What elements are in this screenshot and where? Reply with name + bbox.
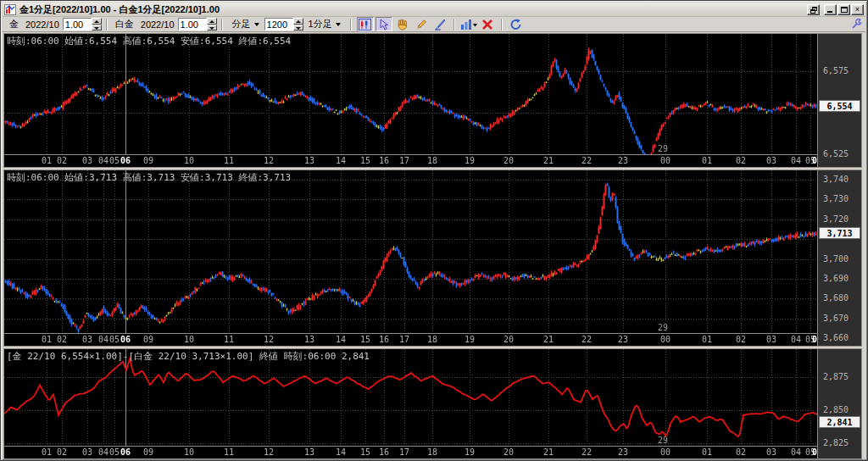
gold-multiplier-input[interactable] [63, 18, 92, 31]
x-axis-tick-label: 18 [423, 335, 442, 344]
platinum-spin-up-button[interactable] [207, 18, 217, 25]
gold-multiplier-spinbox [63, 18, 102, 31]
x-axis-tick-label: 02 [732, 335, 750, 344]
title-bar[interactable]: 金1分足[2022/10]1.00 - 白金1分足[2022/10]1.00 × [3, 3, 865, 17]
platinum-month-label: 2022/10 [141, 19, 175, 30]
x-axis-tick-label: 00 [656, 156, 675, 165]
platinum-chart-header: 時刻:06:00 始値:3,713 高値:3,713 安値:3,713 終値:3… [7, 171, 291, 184]
x-axis-tick-label: 06 [116, 447, 135, 457]
x-axis-tick-label: 09 [139, 156, 158, 165]
close-button[interactable]: × [851, 4, 864, 15]
x-axis-tick-label: 14 [331, 335, 350, 344]
select-cursor-button[interactable] [376, 17, 392, 31]
x-axis-tick-label: 13 [300, 156, 319, 165]
chevron-down-icon [336, 23, 341, 26]
x-axis-tick-label: 14 [331, 156, 350, 165]
gold-candlestick-plot[interactable] [4, 34, 818, 156]
x-axis-tick-label: 13 [300, 447, 319, 457]
x-axis-tick-label: 11 [220, 156, 238, 165]
x-axis-tick-label: 21 [539, 447, 558, 457]
y-axis-label: 2,875 [818, 372, 861, 381]
x-axis-tick-label: 16 [375, 447, 393, 457]
platinum-candlestick-plot[interactable] [4, 170, 818, 334]
x-axis-tick-label: 21 [539, 335, 558, 344]
platinum-spin-down-button[interactable] [207, 25, 217, 31]
gold-chart-panel: 時刻:06:00 始値:6,554 高値:6,554 安値:6,554 終値:6… [3, 33, 862, 168]
x-axis-tick-label: 03 [762, 335, 781, 344]
gold-chart-header: 時刻:06:00 始値:6,554 高値:6,554 安値:6,554 終値:6… [7, 35, 291, 47]
minimize-button[interactable] [824, 4, 837, 15]
platinum-y-axis: 3,7403,7303,7203,7003,6903,6803,6703,660… [817, 170, 861, 346]
x-axis-tick-label: 22 [577, 156, 596, 165]
delete-x-button[interactable] [479, 17, 496, 31]
spread-x-axis: 0102030405060910111213141516171819202122… [4, 446, 819, 458]
spread-line-plot[interactable] [4, 349, 818, 447]
restore-window-button[interactable] [807, 4, 820, 15]
x-axis-tick-label: 00 [656, 447, 675, 457]
x-axis-tick-label: 09 [139, 335, 158, 344]
spread-chart-panel: [金 22/10 6,554×1.00]-[白金 22/10 3,713×1.0… [3, 348, 862, 459]
x-axis-tick-label: 17 [395, 156, 414, 165]
chart-type-dropdown[interactable]: 1分足 [306, 17, 343, 31]
x-axis-tick-label: 20 [499, 335, 518, 344]
indicator-bars-icon [460, 19, 477, 31]
x-axis-tick-label: 01 [698, 447, 716, 457]
pen-icon [434, 19, 446, 31]
y-axis-label: 6,575 [818, 66, 861, 75]
x-axis-tick-label: 23 [614, 156, 632, 165]
day-change-marker: 29 [658, 436, 668, 445]
x-axis-tick-label: 12 [259, 335, 278, 344]
x-axis-tick-label: 15 [356, 447, 375, 457]
x-axis-tick-label: 10 [180, 335, 198, 344]
toolbar-separator [453, 19, 455, 31]
spread-chart-header: [金 22/10 6,554×1.00]-[白金 22/10 3,713×1.0… [7, 350, 370, 363]
period-dropdown[interactable]: 分足 [230, 17, 262, 31]
x-axis-tick-label: 19 [460, 447, 479, 457]
maximize-button[interactable] [837, 4, 850, 15]
x-axis-tick-label: 16 [375, 156, 393, 165]
gold-spin-up-button[interactable] [92, 18, 102, 25]
x-axis-tick-label: 11 [220, 335, 238, 344]
current-price-badge: 3,713 [819, 227, 860, 239]
platinum-label: 白金 [115, 18, 134, 31]
x-axis-tick-label: 19 [460, 156, 479, 165]
y-axis-label: 3,700 [818, 254, 861, 264]
x-axis-tick-label: 06 [116, 335, 135, 344]
delete-x-icon [481, 19, 493, 31]
y-axis-label: 3,660 [818, 333, 861, 342]
x-axis-tick-label: 13 [300, 335, 319, 344]
toolbar-separator [350, 19, 352, 31]
x-axis-tick-label: 20 [499, 156, 518, 165]
platinum-multiplier-input[interactable] [178, 18, 207, 31]
toolbar-separator [221, 19, 223, 31]
refresh-button[interactable] [508, 17, 525, 31]
x-axis-tick-label: 19 [460, 335, 479, 344]
x-axis-tick-label: 22 [577, 447, 596, 457]
pencil-button[interactable] [413, 17, 430, 31]
bar-count-input[interactable] [264, 18, 293, 31]
x-axis-tick-label: 12 [259, 156, 278, 165]
x-axis-tick-label: 17 [395, 335, 414, 344]
x-axis-tick-label: 20 [499, 447, 518, 457]
x-axis-tick-label: 09 [139, 447, 158, 457]
pen-button[interactable] [431, 17, 448, 31]
x-axis-tick-label: 15 [356, 156, 375, 165]
platinum-multiplier-spinbox [178, 18, 217, 31]
x-axis-tick-label: 23 [614, 335, 632, 344]
x-axis-tick-label: 02 [53, 447, 71, 457]
x-axis-tick-label: 02 [732, 156, 750, 165]
pan-hand-button[interactable] [394, 17, 411, 31]
day-change-marker: 29 [658, 144, 668, 153]
settings-wrench-icon[interactable] [850, 18, 862, 30]
y-axis-label: 6,525 [818, 149, 861, 158]
bar-count-spin-up-button[interactable] [293, 18, 303, 25]
indicator-bars-button[interactable] [460, 17, 477, 31]
platinum-chart-panel: 時刻:06:00 始値:3,713 高値:3,713 安値:3,713 終値:3… [3, 169, 862, 347]
y-axis-label: 3,670 [818, 314, 861, 323]
gold-spin-down-button[interactable] [92, 25, 102, 31]
current-price-badge: 2,841 [819, 416, 860, 428]
bar-count-spin-down-button[interactable] [293, 25, 303, 31]
candlestick-chart-button[interactable] [357, 17, 374, 31]
x-axis-tick-label: 03 [762, 156, 781, 165]
x-axis-tick-label: 11 [220, 447, 238, 457]
